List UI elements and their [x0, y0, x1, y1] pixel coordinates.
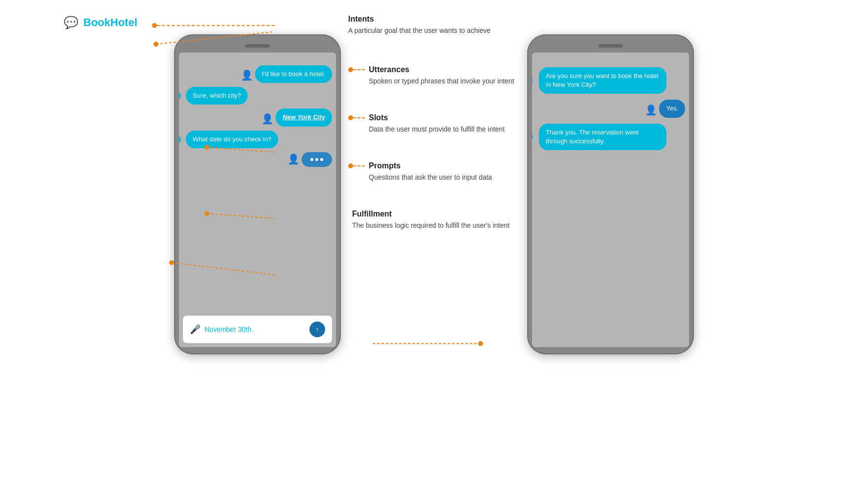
slots-dot [348, 115, 353, 120]
right-msg-1: Are you sure you want to book the hotel … [532, 67, 689, 94]
left-phone: I'd like to book a hotel. 👤 Sure, which … [174, 34, 341, 354]
left-phone-container: I'd like to book a hotel. 👤 Sure, which … [174, 34, 341, 354]
msg-bubble-1: I'd like to book a hotel. [255, 65, 332, 83]
right-msg-3: Thank you. The reservation went through … [532, 124, 689, 150]
right-phone-container: Are you sure you want to book the hotel … [527, 34, 694, 354]
prompts-dot [348, 163, 353, 168]
mic-icon[interactable]: 🎤 [190, 324, 201, 335]
right-bot-dot-2 [532, 134, 533, 140]
msg-row-2: Sure, which city? [179, 87, 336, 105]
intent-connector [152, 23, 275, 28]
bot-dot-2 [179, 136, 181, 143]
msg-row-4: What date do you check in? [179, 131, 336, 148]
msg-row-3: New York City 👤 [179, 108, 336, 126]
typing-dot-2 [315, 158, 318, 161]
right-msg-bubble-1: Are you sure you want to book the hotel … [539, 67, 666, 94]
intents-title: Intents [348, 15, 520, 24]
annotation-slots: Slots Data the user must provide to fulf… [348, 113, 520, 134]
msg-bubble-nyc: New York City [276, 108, 332, 126]
msg-typing [302, 152, 332, 167]
typing-dot-1 [310, 158, 313, 161]
user-avatar-2: 👤 [261, 113, 274, 125]
typing-dot-3 [320, 158, 323, 161]
app-header: 💬 BookHotel [64, 16, 137, 29]
prompts-title: Prompts [369, 161, 492, 170]
intents-desc: A particular goal that the user wants to… [348, 26, 520, 36]
intent-dot [152, 23, 157, 28]
main-layout: 💬 BookHotel I'd like to book a hotel. 👤 [0, 0, 868, 484]
left-phone-screen: I'd like to book a hotel. 👤 Sure, which … [179, 53, 336, 347]
annotation-prompts: Prompts Questions that ask the user to i… [348, 161, 520, 183]
msg-bubble-3: What date do you check in? [186, 131, 278, 148]
utterances-title: Utterances [369, 65, 514, 74]
msg-bubble-2: Sure, which city? [186, 87, 248, 105]
annotation-fulfillment: Fulfillment The business logic required … [348, 210, 520, 231]
intent-line [157, 25, 275, 26]
msg-row-1: I'd like to book a hotel. 👤 [179, 65, 336, 83]
right-msg-bubble-3: Thank you. The reservation went through … [539, 124, 666, 150]
utterances-desc: Spoken or typed phrases that invoke your… [369, 76, 514, 86]
utterances-dot [348, 67, 353, 72]
bot-dot-1 [179, 92, 181, 99]
annotation-intents: Intents A particular goal that the user … [348, 15, 520, 36]
annotations-panel: Intents A particular goal that the user … [341, 15, 527, 231]
slots-title: Slots [369, 113, 505, 122]
fulfillment-desc: The business logic required to fulfill t… [352, 220, 510, 231]
right-phone-screen: Are you sure you want to book the hotel … [532, 53, 689, 347]
send-button[interactable]: ↑ [309, 322, 325, 337]
app-title: BookHotel [83, 16, 137, 29]
user-avatar-3: 👤 [287, 153, 300, 165]
right-msg-bubble-2: Yes. [659, 100, 685, 117]
app-icon: 💬 [64, 16, 78, 29]
slots-line [353, 117, 365, 118]
right-phone: Are you sure you want to book the hotel … [527, 34, 694, 354]
right-bot-dot-1 [532, 77, 533, 84]
msg-row-typing: 👤 [179, 152, 336, 167]
input-value[interactable]: November 30th. [204, 325, 306, 333]
annotation-utterances: Utterances Spoken or typed phrases that … [348, 65, 520, 86]
user-avatar-1: 👤 [241, 69, 253, 81]
utterances-line [353, 69, 365, 70]
prompts-line [353, 165, 365, 166]
right-msg-2: Yes. 👤 [532, 100, 689, 117]
right-user-avatar: 👤 [645, 104, 657, 116]
chat-input-area: 🎤 November 30th. ↑ [183, 316, 332, 343]
slots-desc: Data the user must provide to fulfill th… [369, 124, 505, 134]
fulfillment-title: Fulfillment [352, 210, 510, 218]
prompts-desc: Questions that ask the user to input dat… [369, 172, 492, 183]
